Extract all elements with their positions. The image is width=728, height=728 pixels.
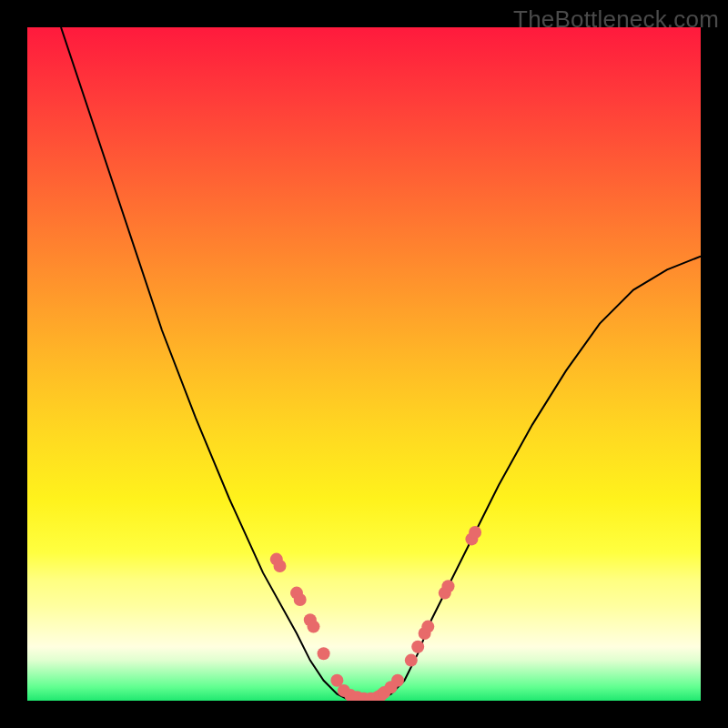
data-point — [294, 593, 307, 606]
chart-svg — [27, 27, 701, 701]
chart-container: TheBottleneck.com — [0, 0, 728, 728]
data-point — [411, 641, 424, 653]
watermark-text: TheBottleneck.com — [513, 5, 719, 34]
data-point — [442, 580, 455, 592]
data-point — [274, 560, 287, 572]
data-point — [308, 621, 320, 633]
data-point — [391, 674, 404, 687]
marker-group — [270, 526, 481, 701]
bottleneck-curve — [61, 27, 701, 701]
plot-gradient-area — [27, 27, 701, 701]
data-point — [421, 621, 434, 633]
data-point — [405, 654, 418, 667]
data-point — [318, 647, 330, 660]
data-point — [469, 526, 481, 539]
